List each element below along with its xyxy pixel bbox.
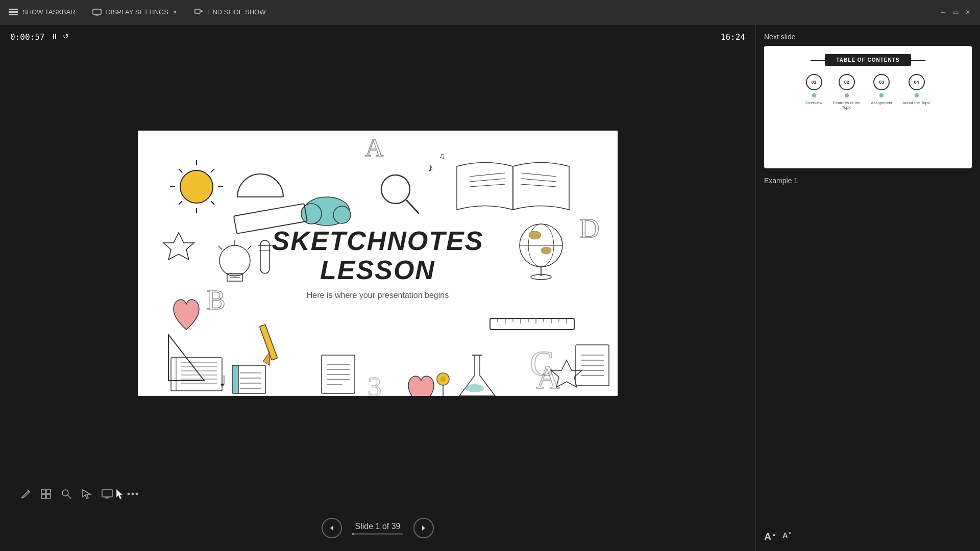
- list-item: 02 Features of the Topic: [832, 74, 861, 110]
- next-slide-button[interactable]: [413, 518, 434, 538]
- more-tools-button[interactable]: [122, 484, 143, 504]
- svg-line-13: [179, 169, 182, 172]
- svg-line-26: [470, 184, 505, 187]
- pointer-tool-button[interactable]: [77, 484, 97, 504]
- svg-marker-7: [201, 10, 203, 12]
- svg-point-32: [333, 206, 351, 223]
- grid-tool-button[interactable]: [36, 484, 56, 504]
- previous-slide-button[interactable]: [322, 518, 342, 538]
- taskbar-icon: [8, 7, 18, 17]
- toc-number-3: 03: [873, 74, 890, 90]
- toc-title: TABLE OF CONTENTS: [836, 57, 899, 63]
- svg-text:A: A: [365, 133, 383, 162]
- reset-button[interactable]: ↺: [63, 32, 69, 41]
- toc-dot-4: [915, 93, 919, 97]
- svg-rect-54: [490, 318, 574, 330]
- slide-background: A ♪ ♫: [138, 131, 618, 396]
- end-slideshow-label: END SLIDE SHOW: [208, 8, 266, 16]
- display-settings-button[interactable]: DISPLAY SETTINGS ▼: [92, 7, 178, 17]
- svg-point-41: [531, 274, 551, 280]
- svg-point-38: [529, 231, 541, 239]
- svg-text:C: C: [530, 344, 554, 383]
- toc-dot-2: [845, 93, 849, 97]
- svg-point-8: [180, 170, 213, 203]
- svg-marker-110: [83, 490, 90, 498]
- screen-tool-button[interactable]: [97, 484, 117, 504]
- svg-line-24: [470, 173, 505, 177]
- window-controls: ─ ▭ ✕: [939, 8, 972, 16]
- svg-rect-2: [9, 14, 18, 15]
- clock-time: 16:24: [721, 32, 745, 42]
- slide-counter: Slide 1 of 39: [352, 522, 403, 531]
- show-taskbar-button[interactable]: SHOW TASKBAR: [8, 7, 76, 17]
- decrease-font-button[interactable]: A▼: [782, 531, 792, 543]
- navigation-bar: Slide 1 of 39: [0, 510, 755, 551]
- svg-line-25: [470, 179, 505, 182]
- timer-bar: 0:00:57 ⏸ ↺ 16:24: [0, 24, 755, 49]
- display-settings-label: DISPLAY SETTINGS: [106, 8, 168, 16]
- display-settings-icon: [92, 7, 102, 17]
- pen-tool-button[interactable]: [15, 484, 36, 504]
- toc-items: 01 Overview 02 Features of the Topic 03 …: [805, 74, 930, 110]
- list-item: 04 About the Topic: [902, 74, 930, 110]
- increase-font-button[interactable]: A▲: [764, 531, 776, 543]
- svg-line-20: [407, 201, 419, 213]
- svg-text:A: A: [536, 359, 560, 395]
- svg-point-36: [528, 224, 554, 267]
- svg-line-48: [218, 246, 222, 249]
- svg-line-47: [248, 246, 251, 249]
- slide-frame: A ♪ ♫: [138, 131, 618, 396]
- svg-rect-4: [95, 15, 99, 16]
- timer-left: 0:00:57 ⏸ ↺: [10, 32, 69, 42]
- slide-title-line1: SKETCHNOTES: [272, 227, 484, 256]
- svg-text:3: 3: [368, 371, 382, 396]
- slide-title-line2: LESSON: [272, 256, 484, 285]
- svg-point-43: [219, 245, 250, 276]
- minimize-button[interactable]: ─: [939, 8, 947, 16]
- end-slideshow-button[interactable]: END SLIDE SHOW: [194, 7, 266, 17]
- cursor-indicator: [115, 488, 122, 499]
- svg-rect-80: [232, 365, 238, 393]
- svg-rect-66: [576, 345, 609, 386]
- svg-line-29: [521, 184, 556, 187]
- svg-point-115: [128, 493, 130, 495]
- svg-marker-118: [330, 525, 333, 531]
- svg-rect-106: [41, 494, 45, 498]
- svg-rect-111: [102, 490, 112, 497]
- svg-rect-6: [195, 9, 200, 13]
- next-slide-thumbnail[interactable]: TABLE OF CONTENTS 01 Overview 02 Feature…: [764, 46, 972, 168]
- timer-controls: ⏸ ↺: [51, 32, 69, 41]
- bottom-toolbar: [0, 478, 755, 510]
- pause-button[interactable]: ⏸: [51, 32, 59, 41]
- top-toolbar: SHOW TASKBAR DISPLAY SETTINGS ▼ END SLID…: [0, 0, 980, 24]
- toc-label-1: Overview: [805, 101, 822, 105]
- slide-title: SKETCHNOTES LESSON: [272, 227, 484, 285]
- svg-point-77: [465, 384, 484, 392]
- search-tool-button[interactable]: [56, 484, 77, 504]
- close-button[interactable]: ✕: [964, 8, 972, 16]
- svg-line-27: [521, 173, 556, 177]
- svg-point-30: [304, 197, 350, 226]
- svg-rect-107: [46, 494, 51, 498]
- maximize-button[interactable]: ▭: [951, 8, 960, 16]
- svg-point-39: [541, 247, 551, 254]
- svg-marker-114: [116, 489, 122, 499]
- svg-rect-0: [9, 9, 18, 10]
- svg-line-109: [68, 495, 71, 498]
- toc-slide: TABLE OF CONTENTS 01 Overview 02 Feature…: [764, 46, 972, 168]
- svg-line-28: [521, 179, 556, 182]
- slide-subtitle: Here is where your presentation begins: [272, 291, 484, 300]
- toc-label-3: Assignment: [871, 101, 892, 105]
- elapsed-time: 0:00:57: [10, 32, 44, 42]
- toc-label-2: Features of the Topic: [832, 101, 861, 110]
- display-settings-chevron: ▼: [173, 9, 178, 15]
- svg-marker-17: [163, 233, 194, 260]
- toc-number-4: 04: [909, 74, 925, 90]
- svg-point-117: [136, 493, 138, 495]
- svg-marker-78: [551, 360, 582, 387]
- svg-rect-49: [260, 240, 270, 273]
- right-panel: Next slide TABLE OF CONTENTS 01 Overview…: [755, 24, 980, 551]
- svg-rect-85: [259, 324, 277, 360]
- toc-dot-1: [812, 93, 816, 97]
- svg-line-16: [211, 169, 214, 172]
